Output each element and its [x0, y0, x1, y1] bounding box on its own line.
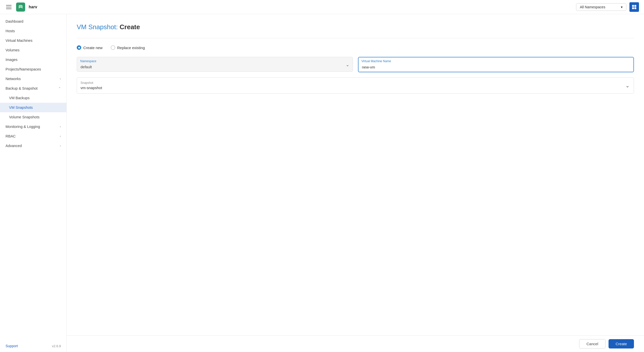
monitoring-chevron-icon: ‹: [60, 125, 61, 128]
backup-chevron-icon: ⌃: [58, 87, 61, 90]
topbar: harv All Namespaces ▾: [0, 0, 644, 14]
snapshot-dropdown[interactable]: Snapshot vm-snapshot ⌄: [77, 77, 634, 94]
namespace-label: All Namespaces: [580, 5, 605, 9]
page-title-bold: Create: [120, 23, 140, 31]
title-divider: [77, 38, 634, 38]
cancel-button[interactable]: Cancel: [579, 339, 606, 348]
page-title: VM Snapshot: Create: [77, 23, 634, 31]
topbar-left: harv: [5, 3, 37, 12]
radio-create-new[interactable]: Create new: [77, 45, 103, 50]
sidebar-item-monitoring-logging[interactable]: Monitoring & Logging ‹: [0, 122, 66, 131]
vm-name-field-label: Virtual Machine Name: [361, 59, 391, 63]
sidebar-item-backup-snapshot[interactable]: Backup & Snapshot ⌃: [0, 84, 66, 93]
namespace-field: Namespace default ⌄: [77, 57, 353, 72]
rbac-chevron-icon: ‹: [60, 134, 61, 138]
app-name: harv: [29, 5, 37, 9]
version-label: v2.6.9: [52, 344, 61, 348]
namespace-chevron-icon: ▾: [621, 5, 623, 9]
layout: Dashboard Hosts Virtual Machines Volumes…: [0, 14, 644, 352]
sidebar-item-networks[interactable]: Networks ‹: [0, 74, 66, 84]
page-title-light: VM Snapshot:: [77, 23, 118, 31]
radio-group: Create new Replace existing: [77, 45, 634, 50]
svg-rect-2: [634, 5, 636, 7]
app-logo: [16, 3, 25, 12]
sidebar-item-dashboard[interactable]: Dashboard: [0, 17, 66, 26]
svg-rect-3: [632, 7, 634, 9]
bottom-bar: Cancel Create: [67, 335, 644, 352]
radio-create-new-label: Create new: [83, 46, 103, 50]
svg-rect-4: [634, 7, 636, 9]
sidebar-item-rbac[interactable]: RBAC ‹: [0, 131, 66, 141]
sidebar-item-images[interactable]: Images: [0, 55, 66, 64]
snapshot-field-value: vm-snapshot: [80, 86, 621, 90]
radio-create-new-circle: [77, 45, 81, 50]
sidebar-item-volumes[interactable]: Volumes: [0, 45, 66, 55]
user-avatar-icon[interactable]: [629, 2, 639, 12]
hamburger-menu-icon[interactable]: [5, 4, 13, 10]
svg-rect-1: [632, 5, 634, 7]
advanced-chevron-icon: ‹: [60, 144, 61, 148]
sidebar-item-vmsnapshots-label: VM Snapshots: [9, 105, 33, 110]
radio-replace-existing-circle: [111, 45, 115, 50]
sidebar-item-hosts[interactable]: Hosts: [0, 26, 66, 36]
main-content: VM Snapshot: Create Create new Replace e…: [67, 14, 644, 352]
vm-name-field: Virtual Machine Name: [358, 57, 634, 72]
sidebar-item-monitoring-label: Monitoring & Logging: [6, 125, 40, 129]
snapshot-field-label: Snapshot: [80, 81, 621, 85]
sidebar-footer: Support v2.6.9: [0, 340, 66, 352]
sidebar-item-rbac-label: RBAC: [6, 134, 16, 138]
vm-name-input[interactable]: [358, 57, 634, 72]
sidebar-item-projects-label: Projects/Namespaces: [6, 67, 41, 71]
sidebar-item-volumes-label: Volumes: [6, 48, 20, 52]
namespace-field-label: Namespace: [80, 59, 96, 63]
sidebar-item-vm-backups[interactable]: VM Backups: [0, 93, 66, 103]
sidebar-item-hosts-label: Hosts: [6, 29, 15, 33]
sidebar-item-dashboard-label: Dashboard: [6, 19, 23, 23]
sidebar-item-vm-snapshots[interactable]: VM Snapshots: [0, 103, 66, 112]
topbar-right: All Namespaces ▾: [576, 2, 639, 12]
sidebar-item-projects-namespaces[interactable]: Projects/Namespaces: [0, 64, 66, 74]
networks-chevron-icon: ‹: [60, 77, 61, 81]
sidebar-item-virtual-machines[interactable]: Virtual Machines: [0, 36, 66, 45]
support-link[interactable]: Support: [6, 344, 18, 348]
sidebar-item-images-label: Images: [6, 58, 18, 62]
sidebar: Dashboard Hosts Virtual Machines Volumes…: [0, 14, 67, 352]
sidebar-item-networks-label: Networks: [6, 77, 21, 81]
sidebar-item-advanced-label: Advanced: [6, 144, 22, 148]
snapshot-section: Snapshot vm-snapshot ⌄: [77, 77, 634, 94]
radio-replace-existing-label: Replace existing: [117, 46, 145, 50]
sidebar-item-vms-label: Virtual Machines: [6, 39, 32, 43]
form-row-namespace-vm: Namespace default ⌄ Virtual Machine Name: [77, 57, 634, 72]
sidebar-item-volume-snapshots[interactable]: Volume Snapshots: [0, 112, 66, 122]
namespace-dropdown[interactable]: All Namespaces ▾: [576, 3, 626, 11]
sidebar-item-advanced[interactable]: Advanced ‹: [0, 141, 66, 151]
radio-replace-existing[interactable]: Replace existing: [111, 45, 145, 50]
sidebar-item-backup-label: Backup & Snapshot: [6, 86, 37, 90]
create-button[interactable]: Create: [609, 339, 634, 348]
sidebar-nav: Dashboard Hosts Virtual Machines Volumes…: [0, 14, 66, 153]
namespace-select[interactable]: default: [77, 57, 353, 72]
sidebar-item-vmbackups-label: VM Backups: [9, 96, 29, 100]
sidebar-item-volsnapshots-label: Volume Snapshots: [9, 115, 39, 119]
snapshot-dropdown-chevron-icon: ⌄: [625, 83, 630, 89]
